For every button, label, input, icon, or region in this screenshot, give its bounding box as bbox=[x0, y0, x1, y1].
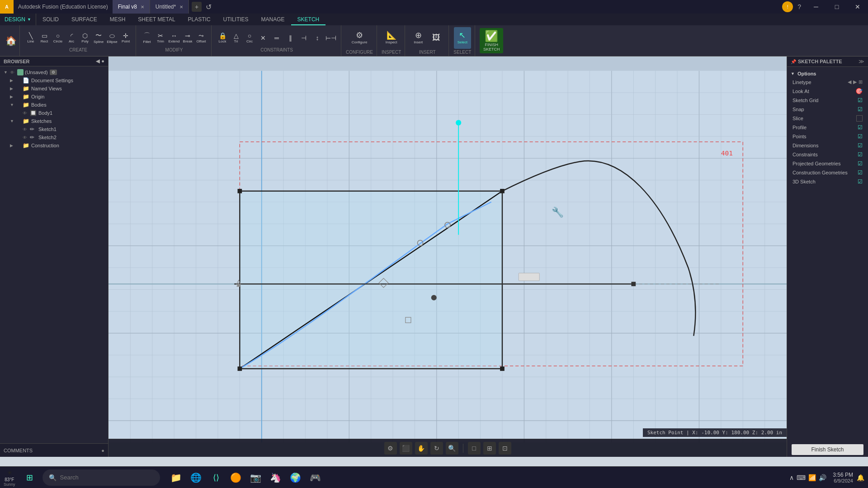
taskbar-app-explorer[interactable]: 📁 bbox=[167, 469, 185, 487]
create-line-button[interactable]: ╲ Line bbox=[24, 29, 37, 47]
browser-settings-icon[interactable]: ● bbox=[101, 58, 104, 64]
projected-geometries-checkbox[interactable]: ☑ bbox=[858, 160, 863, 167]
modify-fillet-button[interactable]: ⌒ Fillet bbox=[141, 29, 153, 47]
taskbar-app-steam[interactable]: 🎮 bbox=[307, 469, 325, 487]
taskbar-app-chrome[interactable]: 🌐 bbox=[187, 469, 205, 487]
create-spline-button[interactable]: 〜 Spline bbox=[92, 29, 105, 47]
taskbar-app-git[interactable]: 🟠 bbox=[227, 469, 245, 487]
taskbar-app-browser2[interactable]: 🌍 bbox=[287, 469, 305, 487]
tab-sketch[interactable]: SKETCH bbox=[291, 14, 326, 25]
search-input[interactable] bbox=[60, 474, 146, 481]
tree-item-unsaved[interactable]: ▼ 👁 (Unsaved) ⚙ bbox=[0, 68, 108, 76]
tree-item-sketches[interactable]: ▼ 📁 Sketches bbox=[0, 117, 108, 125]
notifications-bell-icon[interactable]: 🔔 bbox=[857, 474, 864, 481]
linetype-next-button[interactable]: ▶ bbox=[853, 79, 857, 85]
profile-checkbox[interactable]: ☑ bbox=[858, 124, 863, 131]
tab-manage[interactable]: MANAGE bbox=[255, 14, 291, 25]
constraint-dimension-button[interactable]: ↕ bbox=[311, 29, 324, 47]
inspect-measure-button[interactable]: 📐 Inspect bbox=[383, 27, 400, 49]
maximize-button[interactable]: □ bbox=[826, 0, 847, 14]
tree-item-body1[interactable]: 👁 🔲 Body1 bbox=[0, 109, 108, 117]
snap-settings-button[interactable]: ⊡ bbox=[499, 442, 511, 455]
start-button[interactable]: ⊞ bbox=[21, 469, 39, 487]
tab-plastic[interactable]: PLASTIC bbox=[182, 14, 217, 25]
slice-checkbox[interactable] bbox=[856, 115, 863, 122]
tray-keyboard-icon[interactable]: ⌨ bbox=[797, 474, 806, 481]
new-tab-button[interactable]: + bbox=[192, 2, 202, 12]
time-display[interactable]: 3:56 PM 6/9/2024 bbox=[833, 472, 853, 483]
display-settings-button[interactable]: ⚙ bbox=[384, 442, 397, 455]
tab-utilities[interactable]: UTILITIES bbox=[217, 14, 255, 25]
create-point-button[interactable]: ✛ Point bbox=[119, 29, 132, 47]
design-dropdown[interactable]: DESIGN ▼ bbox=[0, 14, 36, 25]
eye-icon[interactable]: 👁 bbox=[23, 127, 29, 132]
tree-item-construction[interactable]: ▶ 📁 Construction bbox=[0, 141, 108, 150]
tab-close-2-icon[interactable]: ✕ bbox=[179, 5, 183, 9]
finish-sketch-button[interactable]: ✅ FINISH SKETCH bbox=[480, 28, 503, 53]
sketch-grid-checkbox[interactable]: ☑ bbox=[858, 97, 863, 103]
3d-sketch-checkbox[interactable]: ☑ bbox=[858, 178, 863, 185]
eye-icon[interactable]: 👁 bbox=[10, 70, 16, 75]
taskbar-app-rider[interactable]: 🦄 bbox=[267, 469, 285, 487]
tab-solid[interactable]: SOLID bbox=[36, 14, 65, 25]
view-cube-button[interactable]: ⬛ bbox=[400, 442, 412, 455]
tab-final-v8[interactable]: Final v8 ✕ bbox=[113, 0, 150, 14]
snap-checkbox[interactable]: ☑ bbox=[858, 106, 863, 113]
create-polygon-button[interactable]: ⬡ Poly bbox=[79, 29, 91, 47]
constraint-vertical-button[interactable]: ○ Circ bbox=[243, 29, 256, 47]
constraint-tangent-button[interactable]: ✕ bbox=[257, 29, 269, 47]
tree-item-sketch2[interactable]: 👁 ✏ Sketch2 bbox=[0, 133, 108, 141]
select-button[interactable]: ↖ Select bbox=[454, 27, 471, 49]
orbit-button[interactable]: ↻ bbox=[430, 442, 443, 455]
browser-back-icon[interactable]: ◀ bbox=[96, 58, 99, 64]
palette-options-title[interactable]: ▼ Options bbox=[787, 70, 868, 78]
create-circle-button[interactable]: ○ Circle bbox=[52, 29, 64, 47]
home-button[interactable]: 🏠 bbox=[3, 25, 20, 56]
modify-trim-button[interactable]: ✂ Trim bbox=[154, 29, 167, 47]
grid-settings-button[interactable]: ⊞ bbox=[483, 442, 496, 455]
tab-surface[interactable]: SURFACE bbox=[65, 14, 104, 25]
eye-icon[interactable]: 👁 bbox=[23, 135, 29, 140]
modify-offset-button[interactable]: ⤳ Offset bbox=[195, 29, 208, 47]
constraint-parallel-button[interactable]: ∥ bbox=[284, 29, 297, 47]
finish-sketch-palette-button[interactable]: Finish Sketch bbox=[792, 444, 863, 455]
create-ellipse-button[interactable]: ⬭ Ellipse bbox=[106, 29, 118, 47]
taskbar-app-camera[interactable]: 📷 bbox=[247, 469, 265, 487]
eye-icon[interactable]: 👁 bbox=[23, 111, 29, 116]
tray-volume-icon[interactable]: 🔊 bbox=[819, 474, 826, 481]
comments-settings-icon[interactable]: ● bbox=[101, 448, 104, 453]
taskbar-app-vscode[interactable]: ⟨⟩ bbox=[207, 469, 225, 487]
modify-break-button[interactable]: ⊸ Break bbox=[181, 29, 194, 47]
create-rect-button[interactable]: ▭ Rect bbox=[38, 29, 51, 47]
tab-untitled[interactable]: Untitled* ✕ bbox=[150, 0, 189, 14]
linetype-more-icon[interactable]: ⊞ bbox=[859, 79, 863, 85]
configure-button[interactable]: ⚙ Configure bbox=[351, 27, 368, 49]
tray-expand-icon[interactable]: ∧ bbox=[789, 474, 794, 481]
tree-item-origin[interactable]: ▶ 📁 Origin bbox=[0, 93, 108, 101]
tray-network-icon[interactable]: 📶 bbox=[808, 474, 816, 481]
constraint-perpendicular-button[interactable]: ⊣ bbox=[297, 29, 310, 47]
tab-sheet-metal[interactable]: SHEET METAL bbox=[132, 14, 181, 25]
constraint-equal-button[interactable]: ═ bbox=[270, 29, 283, 47]
tree-item-doc-settings[interactable]: ▶ 📄 Document Settings bbox=[0, 76, 108, 84]
linetype-prev-button[interactable]: ◀ bbox=[848, 79, 851, 85]
tab-mesh[interactable]: MESH bbox=[104, 14, 132, 25]
look-at-icon[interactable]: 🎯 bbox=[855, 88, 863, 94]
create-arc-button[interactable]: ◜ Arc bbox=[65, 29, 78, 47]
canvas-area[interactable]: 401 bbox=[108, 56, 787, 457]
palette-expand-button[interactable]: ≫ bbox=[859, 58, 864, 65]
notifications-icon[interactable]: ! bbox=[782, 1, 793, 12]
constraint-mirror-button[interactable]: ⊢⊣ bbox=[325, 29, 337, 47]
tab-close-icon[interactable]: ✕ bbox=[141, 5, 144, 9]
insert2-button[interactable]: 🖼 bbox=[428, 27, 445, 49]
zoom-button[interactable]: 🔍 bbox=[446, 442, 458, 455]
modify-extend-button[interactable]: ↔ Extend bbox=[168, 29, 180, 47]
close-button[interactable]: ✕ bbox=[847, 0, 868, 14]
construction-geometries-checkbox[interactable]: ☑ bbox=[858, 169, 863, 176]
tree-item-bodies[interactable]: ▼ 📁 Bodies bbox=[0, 101, 108, 109]
constraints-checkbox[interactable]: ☑ bbox=[858, 151, 863, 158]
constraint-horizontal-button[interactable]: △ Tri bbox=[230, 29, 242, 47]
display-mode-button[interactable]: □ bbox=[468, 442, 481, 455]
insert-button[interactable]: ⊕ Insert bbox=[410, 27, 427, 49]
constraint-coincident-button[interactable]: 🔒 Lock bbox=[216, 29, 229, 47]
